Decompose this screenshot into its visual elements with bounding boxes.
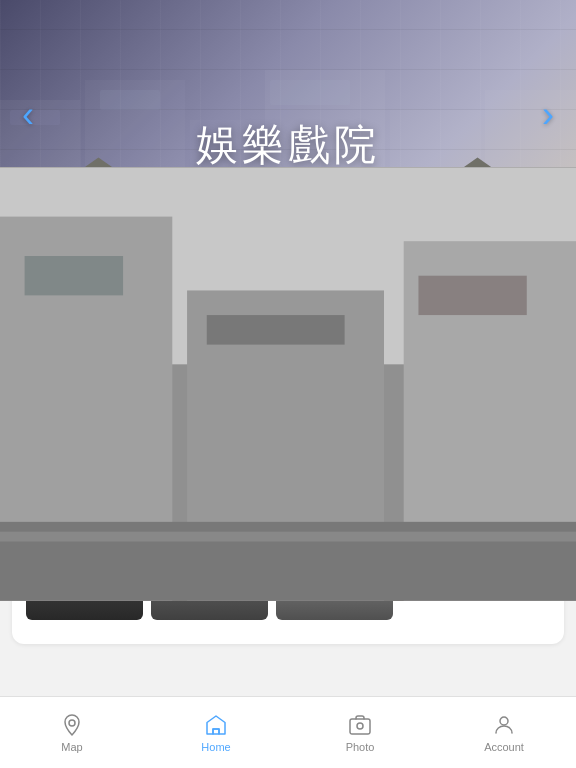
svg-rect-85 <box>276 532 393 542</box>
sections-container: Hong Kong Island See more › <box>0 270 576 768</box>
account-icon <box>491 712 517 738</box>
home-icon <box>203 712 229 738</box>
thumbnails-row-2 <box>26 532 550 626</box>
svg-rect-87 <box>213 729 219 734</box>
thumb-tram-3[interactable] <box>276 532 393 626</box>
svg-point-90 <box>500 717 508 725</box>
section-tram-trip: Hong Kong Island tram trip See more › <box>12 479 564 644</box>
nav-label-account: Account <box>484 741 524 753</box>
svg-point-89 <box>357 723 363 729</box>
svg-rect-84 <box>276 532 393 601</box>
nav-item-home[interactable]: Home <box>144 704 288 753</box>
map-icon <box>59 712 85 738</box>
thumb-img-tram-3 <box>276 532 393 620</box>
photo-icon <box>347 712 373 738</box>
nav-item-map[interactable]: Map <box>0 704 144 753</box>
nav-label-photo: Photo <box>346 741 375 753</box>
svg-rect-88 <box>350 719 370 734</box>
bottom-navigation: Map Home Photo Account <box>0 696 576 768</box>
nav-item-photo[interactable]: Photo <box>288 704 432 753</box>
nav-label-home: Home <box>201 741 230 753</box>
svg-point-86 <box>69 720 75 726</box>
nav-label-map: Map <box>61 741 82 753</box>
nav-item-account[interactable]: Account <box>432 704 576 753</box>
